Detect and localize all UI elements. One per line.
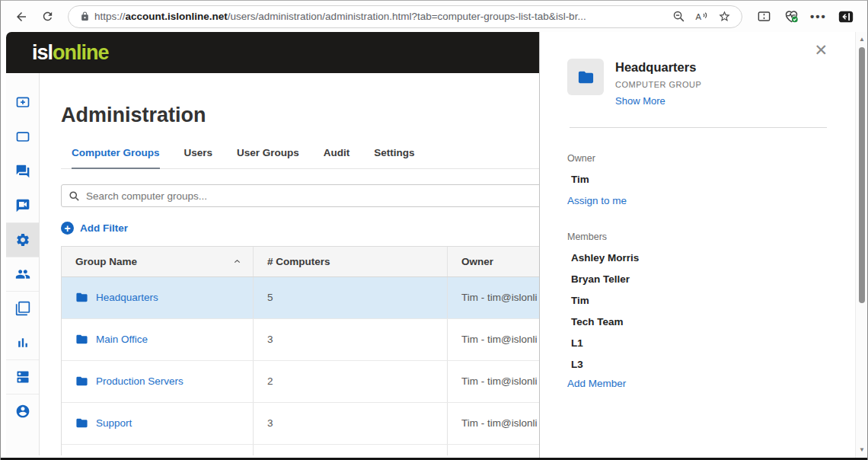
- show-more-link[interactable]: Show More: [615, 95, 701, 107]
- members-section-label: Members: [567, 232, 832, 242]
- svg-text:A: A: [696, 11, 702, 21]
- sidebar-item-sessions[interactable]: [6, 291, 39, 325]
- member-item: Tim: [567, 295, 832, 306]
- folder-icon: [75, 417, 88, 430]
- layers-icon: [15, 301, 30, 316]
- folder-icon: [75, 291, 88, 304]
- column-header-computers[interactable]: # Computers: [253, 247, 447, 276]
- sidebar-item-add-computer[interactable]: [6, 85, 39, 120]
- content-area: Administration Computer Groups Users Use…: [40, 73, 539, 455]
- panel-group-title: Headquarters: [615, 60, 701, 75]
- assign-to-me-link[interactable]: Assign to me: [567, 195, 832, 206]
- refresh-icon[interactable]: [34, 4, 60, 30]
- column-header-owner[interactable]: Owner: [447, 247, 539, 276]
- gear-icon: [15, 232, 30, 248]
- group-name-cell[interactable]: Main Office: [62, 319, 253, 360]
- sidebar-item-chat[interactable]: [6, 154, 39, 188]
- video-call-icon: [15, 198, 30, 213]
- account-icon: [15, 404, 30, 419]
- add-filter-button[interactable]: + Add Filter: [61, 222, 128, 235]
- zoom-out-icon[interactable]: [667, 6, 690, 27]
- group-avatar: [567, 59, 604, 95]
- member-item: L1: [567, 337, 832, 349]
- sidebar-item-video-call[interactable]: [6, 188, 39, 222]
- tab-audit[interactable]: Audit: [324, 147, 350, 168]
- column-header-group-name[interactable]: Group Name: [62, 247, 253, 276]
- panel-header: Headquarters COMPUTER GROUP Show More: [567, 59, 832, 107]
- brand-header: islonline: [6, 32, 539, 73]
- plus-icon: +: [61, 222, 74, 235]
- favorite-star-icon[interactable]: [713, 6, 736, 27]
- table-row[interactable]: Main Office 3 Tim - tim@islonli: [62, 319, 539, 361]
- member-item: Ashley Morris: [567, 252, 832, 264]
- tab-settings[interactable]: Settings: [374, 147, 414, 168]
- table-header-row: Group Name # Computers Owner: [62, 247, 539, 277]
- server-icon: [15, 369, 30, 385]
- computer-icon: [15, 129, 30, 145]
- search-input[interactable]: [86, 190, 539, 202]
- table-row[interactable]: Support 3 Tim - tim@islonli: [62, 403, 539, 445]
- computers-count-cell: 2: [253, 361, 447, 402]
- scroll-up-icon[interactable]: ▲: [856, 36, 868, 43]
- tab-users[interactable]: Users: [184, 147, 213, 168]
- browser-window: https://account.islonline.net/users/admi…: [0, 0, 868, 460]
- table-row[interactable]: Headquarters 5 Tim - tim@islonli: [62, 277, 539, 319]
- search-icon: [62, 190, 86, 202]
- chat-icon: [15, 164, 30, 179]
- page-title: Administration: [61, 104, 539, 127]
- group-name-cell[interactable]: Headquarters: [62, 277, 253, 318]
- sidebar-item-computers[interactable]: [6, 120, 39, 154]
- member-item: Tech Team: [567, 316, 832, 327]
- owner-name: Tim: [567, 174, 832, 185]
- icon-sidebar: [6, 73, 40, 455]
- url-text: https://account.islonline.net/users/admi…: [94, 11, 667, 22]
- search-box: [61, 184, 539, 207]
- folder-icon: [75, 333, 88, 346]
- copilot-sidebar-icon[interactable]: [832, 4, 860, 30]
- computers-count-cell: 3: [253, 319, 447, 360]
- address-bar[interactable]: https://account.islonline.net/users/admi…: [68, 5, 742, 28]
- sidebar-item-reports[interactable]: [6, 325, 39, 359]
- vertical-scrollbar[interactable]: ▲ ▼: [855, 32, 868, 458]
- sidebar-item-settings[interactable]: [6, 222, 39, 257]
- computer-groups-table: Group Name # Computers Owner: [61, 246, 539, 456]
- owner-cell: Tim - tim@islonli: [447, 319, 539, 360]
- sidebar-item-servers[interactable]: [6, 359, 39, 394]
- lock-icon: [75, 11, 94, 21]
- owner-cell: Tim - tim@islonli: [447, 361, 539, 402]
- scroll-down-icon[interactable]: ▼: [856, 446, 868, 453]
- main-column: islonline: [2, 32, 539, 458]
- folder-icon: [75, 375, 88, 388]
- table-row-partial: [62, 445, 539, 456]
- owner-cell: Tim - tim@islonli: [447, 277, 539, 318]
- member-item: L3: [567, 359, 832, 370]
- panel-divider: [570, 127, 827, 128]
- folder-icon: [577, 69, 595, 86]
- computers-count-cell: 5: [253, 277, 447, 318]
- read-aloud-icon[interactable]: A: [690, 6, 713, 27]
- close-icon[interactable]: ✕: [814, 42, 828, 58]
- split-screen-icon[interactable]: [750, 4, 777, 30]
- tab-computer-groups[interactable]: Computer Groups: [72, 147, 160, 169]
- browser-toolbar: https://account.islonline.net/users/admi…: [1, 1, 867, 32]
- group-name-cell[interactable]: Support: [62, 403, 253, 444]
- sidebar-item-account[interactable]: [6, 394, 39, 428]
- sidebar-item-users[interactable]: [6, 257, 39, 291]
- bar-chart-icon: [15, 335, 30, 350]
- add-computer-icon: [15, 95, 30, 110]
- add-member-link[interactable]: Add Member: [567, 378, 832, 389]
- sort-ascending-icon[interactable]: [232, 257, 242, 267]
- settings-menu-icon[interactable]: •••: [805, 4, 832, 30]
- back-icon[interactable]: [8, 4, 34, 30]
- scrollbar-thumb[interactable]: [859, 47, 865, 303]
- panel-group-type: COMPUTER GROUP: [615, 80, 701, 89]
- owner-section-label: Owner: [567, 153, 832, 164]
- tab-user-groups[interactable]: User Groups: [237, 147, 299, 168]
- islonline-logo: islonline: [32, 41, 109, 65]
- users-icon: [15, 267, 30, 282]
- browser-essentials-icon[interactable]: [777, 4, 805, 30]
- member-item: Bryan Teller: [567, 273, 832, 285]
- table-row[interactable]: Production Servers 2 Tim - tim@islonli: [62, 361, 539, 403]
- page: islonline: [2, 32, 866, 458]
- group-name-cell[interactable]: Production Servers: [62, 361, 253, 402]
